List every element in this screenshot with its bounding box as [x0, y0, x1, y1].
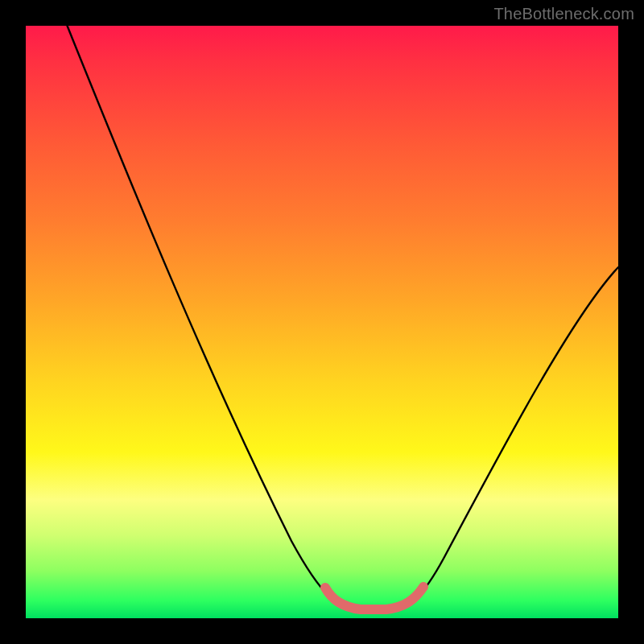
- chart-frame: TheBottleneck.com: [0, 0, 644, 644]
- recommended-range-highlight: [325, 587, 423, 609]
- bottleneck-curve: [68, 26, 619, 611]
- curve-layer: [26, 26, 618, 618]
- plot-area: [26, 26, 618, 618]
- watermark-text: TheBottleneck.com: [493, 5, 634, 23]
